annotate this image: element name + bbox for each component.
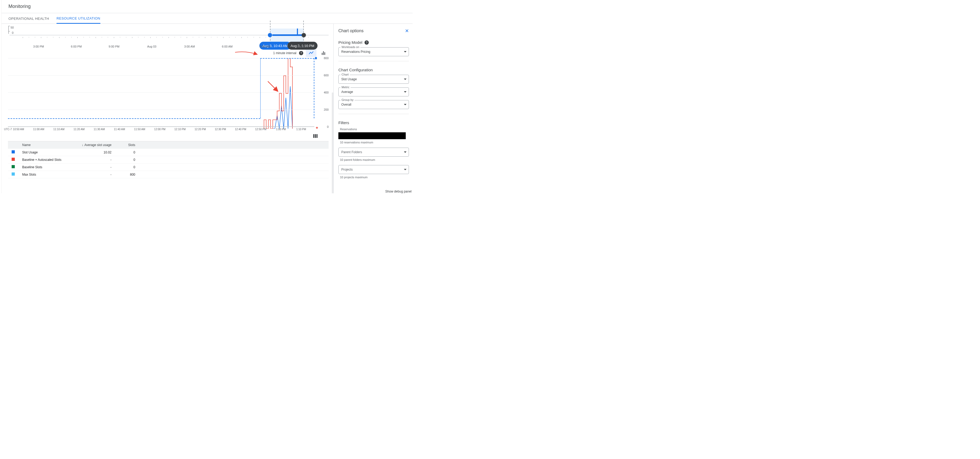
help-icon[interactable]: ? bbox=[364, 40, 369, 44]
workloads-select[interactable]: Workloads on Reservations Pricing bbox=[338, 47, 409, 56]
col-name[interactable]: Name bbox=[22, 143, 72, 147]
page-title: Monitoring bbox=[0, 0, 413, 13]
annotation-arrow bbox=[235, 51, 258, 57]
chart-x-tick: 12:40 PM bbox=[235, 128, 246, 131]
chart-options-panel: Chart options ✕ Pricing Model? Workloads… bbox=[333, 24, 413, 193]
overview-x-axis: 3:00 PM6:00 PM9:00 PMAug 033:00 AM6:00 A… bbox=[10, 41, 329, 49]
chart-x-tick: 12:20 PM bbox=[194, 128, 206, 131]
chart-x-tick: 11:50 AM bbox=[134, 128, 145, 131]
chart-x-tick: 12:10 PM bbox=[174, 128, 186, 131]
tablist: OPERATIONAL HEALTH RESOURCE UTILIZATION bbox=[0, 13, 413, 24]
line-chart-toggle[interactable] bbox=[306, 49, 317, 57]
overview-handle-start[interactable] bbox=[268, 33, 272, 37]
legend-row[interactable]: Slot Usage10.020 bbox=[8, 149, 329, 156]
legend-row[interactable]: Baseline + Autoscaled Slots-0 bbox=[8, 156, 329, 164]
col-avg-sort[interactable]: ↓ Average slot usage bbox=[72, 143, 115, 147]
chart-x-tick: 12:00 PM bbox=[154, 128, 165, 131]
chart-x-tick: 11:40 AM bbox=[114, 128, 125, 131]
chart-x-tick: 12:30 PM bbox=[215, 128, 226, 131]
overview-x-tick: 12:00 PM bbox=[296, 45, 309, 48]
chart-x-tick: 1:00 PM bbox=[276, 128, 286, 131]
chart-config-heading: Chart Configuration bbox=[338, 68, 409, 72]
chart-x-tick: 12:50 PM bbox=[255, 128, 267, 131]
chart-x-tick: 11:10 AM bbox=[53, 128, 64, 131]
overview-handle-end[interactable] bbox=[302, 33, 306, 37]
chart-x-tick: 10:50 AM bbox=[13, 128, 24, 131]
close-icon[interactable]: ✕ bbox=[405, 28, 409, 34]
bar-chart-toggle[interactable] bbox=[318, 49, 329, 57]
projects-help: 10 projects maximum bbox=[340, 176, 409, 179]
chart-x-tick: 1:10 PM bbox=[296, 128, 306, 131]
overview-x-tick: 3:00 PM bbox=[33, 45, 44, 48]
chart-x-tick: 11:20 AM bbox=[73, 128, 84, 131]
overview-selection[interactable] bbox=[270, 21, 304, 43]
overview-timeline[interactable]: 50 0 Aug 3, 10:43 AM Aug 3, 1:10 PM bbox=[8, 26, 329, 38]
overview-x-tick: Aug 03 bbox=[147, 45, 156, 48]
help-icon[interactable]: ? bbox=[299, 51, 303, 55]
projects-filter[interactable]: Projects bbox=[338, 165, 409, 174]
line-chart-icon bbox=[309, 51, 314, 55]
legend-table: Name ↓ Average slot usage Slots Slot Usa… bbox=[8, 141, 329, 178]
col-slots[interactable]: Slots bbox=[115, 143, 138, 147]
metric-select[interactable]: MetricAverage bbox=[338, 87, 409, 96]
tab-operational-health[interactable]: OPERATIONAL HEALTH bbox=[8, 14, 49, 23]
slot-usage-chart: 0200400600800★ bbox=[8, 58, 329, 127]
chart-x-axis: UTC-7 10:50 AM11:00 AM11:10 AM11:20 AM11… bbox=[8, 127, 306, 133]
legend-row[interactable]: Baseline Slots-0 bbox=[8, 164, 329, 171]
overview-y-tick: 50 bbox=[11, 26, 14, 29]
overview-x-tick: 9:00 PM bbox=[108, 45, 119, 48]
arrow-down-icon: ↓ bbox=[82, 143, 83, 147]
bar-chart-icon bbox=[322, 51, 325, 55]
chart-x-tick: 11:30 AM bbox=[94, 128, 105, 131]
folders-help: 10 parent folders maximum bbox=[340, 158, 409, 161]
overview-y-tick: 0 bbox=[12, 31, 13, 34]
legend-row[interactable]: Max Slots-800 bbox=[8, 171, 329, 178]
chart-select[interactable]: ChartSlot Usage bbox=[338, 75, 409, 84]
interval-label: 1 minute interval bbox=[273, 51, 296, 55]
tab-resource-utilization[interactable]: RESOURCE UTILIZATION bbox=[57, 13, 100, 24]
reservations-help: 10 reservations maximum bbox=[340, 141, 409, 144]
pricing-model-heading: Pricing Model bbox=[338, 40, 363, 44]
chart-toolbar: 1 minute interval ? bbox=[8, 49, 329, 57]
parent-folders-filter[interactable]: Parent Folders bbox=[338, 148, 409, 157]
groupby-select[interactable]: Group byOverall bbox=[338, 100, 409, 109]
overview-x-tick: 6:00 PM bbox=[71, 45, 82, 48]
overview-x-tick: 9:00 AM bbox=[260, 45, 270, 48]
show-debug-panel-link[interactable]: Show debug panel bbox=[385, 190, 412, 193]
reservations-filter[interactable] bbox=[338, 132, 406, 139]
filters-heading: Filters bbox=[338, 121, 409, 125]
annotation-arrow bbox=[267, 80, 280, 94]
panel-title: Chart options bbox=[338, 29, 363, 33]
column-settings-icon[interactable] bbox=[8, 133, 329, 138]
overview-x-tick: 6:00 AM bbox=[222, 45, 232, 48]
overview-x-tick: 3:00 AM bbox=[184, 45, 195, 48]
timezone-label: UTC-7 bbox=[4, 128, 12, 131]
chart-x-tick: 11:00 AM bbox=[33, 128, 44, 131]
